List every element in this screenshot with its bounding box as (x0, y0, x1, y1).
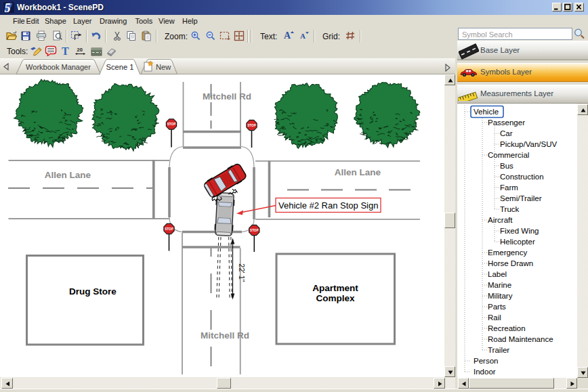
svg-text:Recreation: Recreation (488, 324, 526, 332)
svg-text:Construction: Construction (500, 173, 544, 181)
svg-text:Mitchell Rd: Mitchell Rd (203, 91, 251, 102)
svg-text:Aircraft: Aircraft (488, 216, 513, 224)
svg-text:Truck: Truck (500, 205, 520, 213)
svg-text:Helicopter: Helicopter (500, 238, 535, 246)
svg-text:Fixed Wing: Fixed Wing (500, 227, 539, 235)
svg-text:T: T (62, 45, 69, 57)
svg-text:Road Maintenance: Road Maintenance (488, 335, 553, 343)
svg-text:5: 5 (5, 1, 11, 14)
svg-text:Parts: Parts (488, 303, 506, 311)
svg-text:Military: Military (488, 292, 513, 300)
svg-text:Vehicle #2 Ran Stop Sign: Vehicle #2 Ran Stop Sign (278, 200, 378, 211)
svg-text:A: A (284, 30, 291, 41)
svg-text:Semi/Trailer: Semi/Trailer (500, 194, 542, 202)
svg-text:Car: Car (500, 129, 513, 137)
svg-text:Person: Person (474, 357, 498, 365)
svg-text:Allen Lane: Allen Lane (45, 170, 91, 180)
svg-text:Complex: Complex (316, 293, 355, 303)
svg-text:Horse Drawn: Horse Drawn (488, 259, 533, 267)
svg-text:Pickup/Van/SUV: Pickup/Van/SUV (500, 140, 557, 148)
svg-text:Indoor: Indoor (474, 368, 496, 376)
svg-text:Passenger: Passenger (488, 118, 525, 127)
svg-text:22' 1": 22' 1" (238, 263, 246, 282)
svg-text:Farm: Farm (500, 183, 518, 192)
svg-text:STOP: STOP (247, 124, 255, 127)
svg-text:Scene 1: Scene 1 (106, 63, 133, 71)
svg-text:Rail: Rail (488, 313, 501, 322)
svg-text:STOP: STOP (250, 229, 258, 232)
svg-text:Mitchell Rd: Mitchell Rd (201, 330, 249, 341)
svg-text:Allen Lane: Allen Lane (335, 167, 381, 177)
svg-text:Emergency: Emergency (488, 248, 527, 257)
svg-text:Marine: Marine (488, 281, 511, 289)
svg-text:Vehicle: Vehicle (474, 108, 499, 116)
svg-text:Apartment: Apartment (312, 283, 358, 293)
svg-text:Label: Label (488, 270, 507, 278)
svg-text:20: 20 (77, 47, 83, 53)
svg-text:Workbook Manager: Workbook Manager (26, 63, 91, 71)
svg-text:A: A (300, 32, 306, 40)
svg-text:STOP: STOP (167, 123, 175, 126)
svg-text:Drug Store: Drug Store (69, 286, 117, 297)
svg-text:Bus: Bus (500, 162, 513, 170)
svg-text:STOP: STOP (165, 227, 173, 231)
svg-text:Trailer: Trailer (488, 346, 509, 354)
svg-text:Commercial: Commercial (488, 151, 529, 159)
svg-text:New: New (156, 63, 171, 71)
